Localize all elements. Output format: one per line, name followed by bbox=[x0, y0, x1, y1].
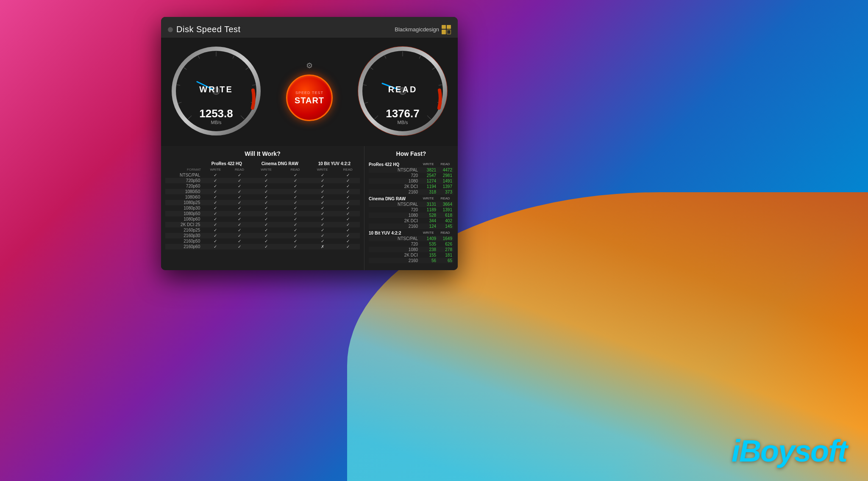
check-cell: ✓ bbox=[309, 178, 336, 183]
check-cell: ✓ bbox=[281, 222, 309, 227]
yuv-read-header: READ bbox=[336, 167, 360, 172]
check-cell: ✓ bbox=[336, 233, 360, 238]
iboysoft-logo: iBoysoft bbox=[732, 434, 847, 468]
fast-read-val: 181 bbox=[437, 252, 453, 258]
fast-table-row: 2160 56 65 bbox=[369, 258, 453, 263]
table-row: NTSC/PAL ✓ ✓ ✓ ✓ ✓ ✓ bbox=[165, 172, 360, 178]
table-row: 1080i50 ✓ ✓ ✓ ✓ ✓ ✓ bbox=[165, 189, 360, 194]
fast-read-val: 278 bbox=[437, 247, 453, 252]
fast-read-val: 65 bbox=[437, 258, 453, 263]
start-button[interactable]: SPEED TEST START bbox=[286, 75, 333, 121]
check-cell: ✓ bbox=[228, 238, 250, 244]
format-name: 1080p60 bbox=[165, 216, 203, 222]
prores-write-header: WRITE bbox=[203, 167, 228, 172]
fast-read-val: 4472 bbox=[437, 167, 453, 173]
format-name: 2160p25 bbox=[165, 227, 203, 233]
format-name: 720p60 bbox=[165, 183, 203, 189]
check-cell: ✓ bbox=[336, 238, 360, 244]
check-cell: ✓ bbox=[251, 222, 282, 227]
check-cell: ✓ bbox=[309, 189, 336, 194]
brand: Blackmagicdesign bbox=[395, 25, 451, 34]
check-cell: ✓ bbox=[203, 222, 228, 227]
fast-table-row: 720 535 626 bbox=[369, 241, 453, 247]
window-title: Disk Speed Test bbox=[176, 21, 241, 38]
check-cell: ✓ bbox=[336, 205, 360, 211]
read-gauge-unit: MB/s bbox=[386, 120, 420, 125]
fast-table-row: NTSC/PAL 1409 1649 bbox=[369, 236, 453, 241]
read-gauge: READ 1376.7 MB/s bbox=[356, 44, 449, 138]
table-row: 1080p50 ✓ ✓ ✓ ✓ ✓ ✓ bbox=[165, 211, 360, 216]
check-cell: ✓ bbox=[309, 200, 336, 205]
table-row: 720p50 ✓ ✓ ✓ ✓ ✓ ✓ bbox=[165, 178, 360, 183]
will-it-work-title: Will It Work? bbox=[165, 150, 360, 157]
fast-table-row: 1080 528 618 bbox=[369, 213, 453, 218]
format-col-header bbox=[165, 160, 203, 167]
fast-table-row: 720 2547 2981 bbox=[369, 173, 453, 178]
brand-square-2 bbox=[447, 25, 451, 29]
check-cell: ✓ bbox=[281, 238, 309, 244]
fast-write-val: 155 bbox=[420, 252, 437, 258]
read-gauge-label: READ bbox=[388, 85, 417, 94]
check-cell: ✓ bbox=[228, 194, 250, 200]
check-cell: ✓ bbox=[251, 205, 282, 211]
app-window: Disk Speed Test Blackmagicdesign bbox=[161, 17, 458, 270]
check-cell: ✓ bbox=[251, 172, 282, 178]
check-cell: ✓ bbox=[336, 194, 360, 200]
check-cell: ✓ bbox=[281, 194, 309, 200]
titlebar-left: Disk Speed Test bbox=[168, 21, 241, 38]
fast-row-label: 2160 bbox=[369, 224, 420, 229]
fast-write-val: 3821 bbox=[420, 167, 437, 173]
fast-write-val: 535 bbox=[420, 241, 437, 247]
format-label: FORMAT bbox=[165, 167, 203, 172]
table-row: 720p60 ✓ ✓ ✓ ✓ ✓ ✓ bbox=[165, 183, 360, 189]
check-cell: ✓ bbox=[251, 178, 282, 183]
check-cell: ✓ bbox=[281, 216, 309, 222]
write-col-header: WRITE bbox=[420, 195, 437, 202]
check-cell: ✓ bbox=[203, 216, 228, 222]
fast-table-row: 1080 1274 1491 bbox=[369, 178, 453, 184]
check-cell: ✓ bbox=[281, 205, 309, 211]
format-name: 1080i60 bbox=[165, 194, 203, 200]
check-cell: ✓ bbox=[228, 189, 250, 194]
fast-row-label: 720 bbox=[369, 173, 420, 178]
how-fast-title: How Fast? bbox=[369, 150, 453, 157]
check-cell: ✓ bbox=[336, 222, 360, 227]
check-cell: ✓ bbox=[309, 227, 336, 233]
check-cell: ✓ bbox=[309, 194, 336, 200]
brand-square-4 bbox=[447, 30, 451, 34]
check-cell: ✓ bbox=[203, 244, 228, 249]
check-cell: ✓ bbox=[203, 238, 228, 244]
check-cell: ✓ bbox=[336, 189, 360, 194]
gear-icon: ⚙ bbox=[306, 61, 313, 70]
check-cell: ✓ bbox=[281, 183, 309, 189]
start-text: START bbox=[295, 96, 324, 105]
gauges-section: WRITE 1253.8 MB/s ⚙ SPEED TEST START bbox=[161, 38, 458, 146]
format-name: 1080p25 bbox=[165, 200, 203, 205]
fast-row-label: 1080 bbox=[369, 178, 420, 184]
write-gauge-container: WRITE 1253.8 MB/s bbox=[170, 44, 263, 138]
check-cell: ✓ bbox=[309, 172, 336, 178]
fast-group-label: ProRes 422 HQ bbox=[369, 160, 420, 167]
format-name: 1080p30 bbox=[165, 205, 203, 211]
fast-row-label: 720 bbox=[369, 207, 420, 213]
fast-table-row: 2K DCI 155 181 bbox=[369, 252, 453, 258]
fast-write-val: 528 bbox=[420, 213, 437, 218]
close-button[interactable] bbox=[168, 27, 173, 32]
fast-read-val: 2981 bbox=[437, 173, 453, 178]
fast-row-label: 2K DCI bbox=[369, 184, 420, 189]
check-cell: ✓ bbox=[251, 189, 282, 194]
brand-square-3 bbox=[442, 30, 446, 34]
format-name: 720p50 bbox=[165, 178, 203, 183]
fast-row-label: 2K DCI bbox=[369, 218, 420, 224]
format-name: 2160p60 bbox=[165, 244, 203, 249]
fast-write-val: 1409 bbox=[420, 236, 437, 241]
read-col-header: READ bbox=[437, 160, 453, 167]
check-cell: ✓ bbox=[309, 222, 336, 227]
check-cell: ✓ bbox=[336, 178, 360, 183]
check-cell: ✓ bbox=[251, 216, 282, 222]
fast-read-val: 145 bbox=[437, 224, 453, 229]
check-cell: ✓ bbox=[309, 211, 336, 216]
fast-write-val: 56 bbox=[420, 258, 437, 263]
fast-group-header: 10 Bit YUV 4:2:2 WRITE READ bbox=[369, 229, 453, 236]
fast-read-val: 373 bbox=[437, 189, 453, 195]
